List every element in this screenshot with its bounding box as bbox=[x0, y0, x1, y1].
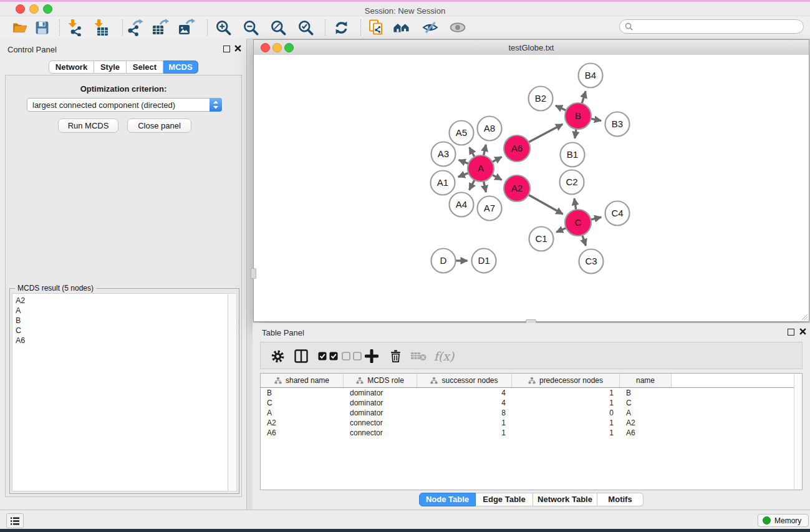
delete-table-icon bbox=[409, 348, 428, 364]
column-header-shared-name[interactable]: shared name bbox=[261, 374, 344, 387]
settings-gear-icon[interactable] bbox=[269, 348, 286, 364]
run-mcds-button[interactable]: Run MCDS bbox=[58, 118, 118, 133]
export-table-icon[interactable] bbox=[152, 19, 169, 36]
save-session-icon[interactable] bbox=[33, 19, 51, 36]
graph-node-D1[interactable]: D1 bbox=[472, 249, 496, 273]
column-header-name[interactable]: name bbox=[620, 374, 672, 387]
deselect-all-checkboxes-icon[interactable] bbox=[339, 348, 364, 364]
graph-node-B4[interactable]: B4 bbox=[579, 64, 603, 88]
table-cell: A6 bbox=[620, 428, 672, 437]
node-table[interactable]: shared nameMCDS rolesuccessor nodesprede… bbox=[260, 373, 803, 490]
toolbar-separator bbox=[59, 19, 60, 36]
graph-edge-A6-B[interactable] bbox=[528, 124, 563, 143]
app-title: Session: New Session bbox=[0, 6, 810, 16]
table-cell: 1 bbox=[417, 418, 512, 427]
search-field[interactable] bbox=[619, 19, 804, 34]
table-row[interactable]: A6connector11A6 bbox=[261, 428, 802, 438]
network-window-titlebar[interactable]: testGlobe.txt bbox=[254, 40, 809, 56]
mcds-result-item[interactable]: C bbox=[16, 326, 228, 336]
mcds-result-list[interactable]: A2ABCA6 bbox=[12, 293, 229, 491]
tab-node-table[interactable]: Node Table bbox=[419, 493, 476, 506]
hide-graphics-details-icon[interactable] bbox=[422, 19, 439, 36]
column-layout-icon[interactable] bbox=[293, 348, 309, 364]
tab-edge-table[interactable]: Edge Table bbox=[476, 493, 533, 506]
graph-node-D[interactable]: D bbox=[432, 249, 456, 273]
column-header-MCDS-role[interactable]: MCDS role bbox=[344, 374, 417, 387]
add-column-icon[interactable] bbox=[364, 348, 380, 364]
mcds-result-item[interactable]: A6 bbox=[16, 336, 228, 346]
graph-node-A1[interactable]: A1 bbox=[431, 171, 455, 195]
window-resize-grip[interactable] bbox=[801, 313, 808, 321]
zoom-in-icon[interactable] bbox=[215, 19, 232, 36]
network-canvas[interactable]: AA1A2A3A4A5A6A7A8BB1B2B3B4CC1C2C3C4DD1 bbox=[254, 55, 809, 321]
splitter-grip-left[interactable] bbox=[251, 268, 256, 279]
table-row[interactable]: A2connector11A2 bbox=[261, 418, 802, 428]
svg-text:A: A bbox=[478, 163, 484, 173]
export-network-icon[interactable] bbox=[126, 19, 143, 36]
panel-list-button[interactable] bbox=[6, 513, 24, 528]
mcds-list-scrollbar[interactable] bbox=[228, 293, 237, 491]
table-scrollbar[interactable] bbox=[794, 374, 802, 490]
table-panel: Table Panel f(x) shared bbox=[253, 323, 810, 510]
float-panel-icon[interactable] bbox=[223, 46, 230, 52]
mcds-result-item[interactable]: A bbox=[16, 306, 228, 316]
graph-node-A5[interactable]: A5 bbox=[450, 121, 474, 145]
tab-network[interactable]: Network bbox=[49, 60, 94, 74]
zoom-fit-icon[interactable] bbox=[269, 19, 287, 36]
close-table-panel-icon[interactable] bbox=[799, 328, 806, 335]
mcds-result-item[interactable]: B bbox=[16, 316, 228, 326]
dropdown-value: largest connected component (directed) bbox=[27, 100, 210, 110]
table-row[interactable]: Cdominator41C bbox=[261, 398, 802, 408]
memory-button[interactable]: Memory bbox=[758, 514, 809, 527]
graph-edge-A2-C[interactable] bbox=[528, 194, 563, 214]
tab-select[interactable]: Select bbox=[127, 60, 163, 74]
graph-node-C3[interactable]: C3 bbox=[579, 249, 604, 274]
graph-node-A6[interactable]: A6 bbox=[504, 135, 530, 162]
float-table-panel-icon[interactable] bbox=[788, 329, 794, 336]
graph-node-C4[interactable]: C4 bbox=[605, 201, 630, 226]
graph-node-C1[interactable]: C1 bbox=[529, 227, 554, 251]
table-row[interactable]: Adominator80A bbox=[261, 408, 802, 418]
close-panel-icon[interactable] bbox=[234, 45, 241, 52]
table-row[interactable]: Bdominator41B bbox=[261, 388, 802, 398]
graph-node-A4[interactable]: A4 bbox=[450, 193, 474, 217]
graph-node-C[interactable]: C bbox=[565, 210, 591, 236]
graph-node-C2[interactable]: C2 bbox=[560, 170, 584, 195]
export-image-icon[interactable] bbox=[178, 19, 195, 36]
svg-text:C: C bbox=[575, 217, 582, 228]
graph-node-A7[interactable]: A7 bbox=[478, 196, 502, 221]
graph-node-A[interactable]: A bbox=[468, 155, 494, 181]
close-panel-button[interactable]: Close panel bbox=[127, 118, 191, 133]
open-file-icon[interactable] bbox=[11, 19, 29, 36]
clone-network-icon[interactable] bbox=[367, 19, 385, 36]
column-header-predecessor-nodes[interactable]: predecessor nodes bbox=[512, 374, 620, 387]
tab-mcds[interactable]: MCDS bbox=[163, 60, 198, 74]
refresh-layout-icon[interactable] bbox=[332, 19, 350, 36]
select-all-checkboxes-icon[interactable] bbox=[316, 348, 340, 364]
graph-node-B2[interactable]: B2 bbox=[529, 87, 553, 111]
search-input[interactable] bbox=[636, 22, 803, 32]
zoom-out-icon[interactable] bbox=[242, 19, 259, 36]
control-panel: Control Panel NetworkStyleSelectMCDS Opt… bbox=[0, 39, 247, 510]
header-filler bbox=[672, 374, 802, 387]
table-panel-title: Table Panel bbox=[262, 328, 304, 337]
show-graphics-details-icon[interactable] bbox=[449, 19, 466, 36]
column-header-successor-nodes[interactable]: successor nodes bbox=[417, 374, 512, 387]
graph-node-A3[interactable]: A3 bbox=[432, 142, 456, 167]
tab-network-table[interactable]: Network Table bbox=[533, 493, 597, 506]
zoom-selected-icon[interactable] bbox=[297, 19, 314, 36]
tab-style[interactable]: Style bbox=[94, 60, 127, 74]
import-network-icon[interactable] bbox=[65, 19, 83, 36]
mcds-result-item[interactable]: A2 bbox=[16, 296, 228, 306]
graph-node-A2[interactable]: A2 bbox=[504, 175, 530, 201]
optimization-criterion-dropdown[interactable]: largest connected component (directed) bbox=[27, 98, 222, 112]
home-icon[interactable] bbox=[393, 19, 410, 36]
graph-node-A8[interactable]: A8 bbox=[478, 117, 502, 141]
graph-node-B[interactable]: B bbox=[565, 103, 591, 129]
graph-node-B1[interactable]: B1 bbox=[561, 143, 585, 167]
graph-edge-B-B4[interactable] bbox=[582, 91, 586, 105]
graph-node-B3[interactable]: B3 bbox=[605, 112, 630, 137]
delete-column-icon[interactable] bbox=[387, 348, 403, 364]
tab-motifs[interactable]: Motifs bbox=[597, 493, 644, 506]
import-table-icon[interactable] bbox=[92, 19, 109, 36]
